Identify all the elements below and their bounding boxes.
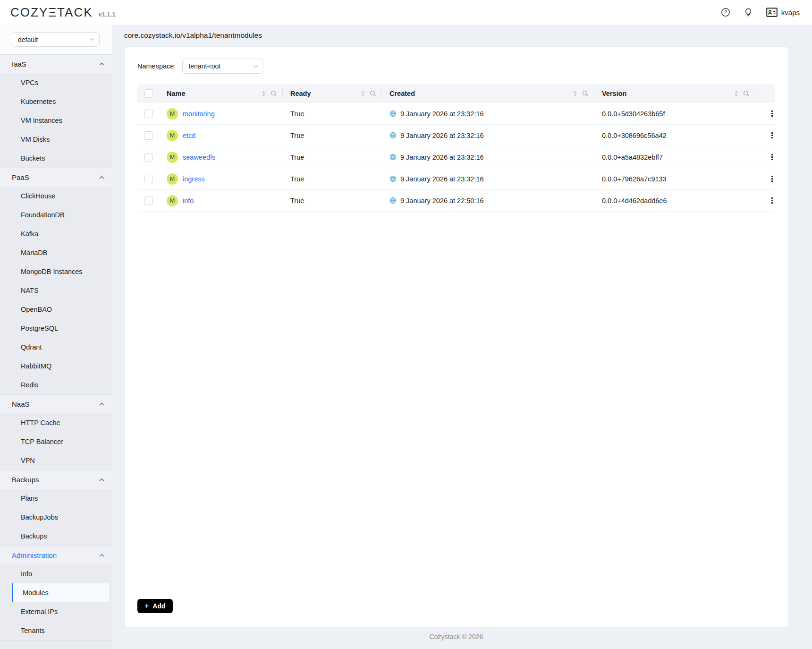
module-name-link[interactable]: ingress — [183, 175, 205, 183]
chevron-down-icon — [89, 38, 94, 41]
sidebar-item[interactable]: VPCs — [0, 73, 112, 92]
sidebar-item-label: VPCs — [21, 79, 38, 86]
header-cell-actions — [755, 84, 775, 103]
chevron-up-icon — [99, 62, 104, 66]
row-actions-kebab-icon[interactable] — [770, 152, 775, 162]
table-body: M monitoring True 9 January 2026 at 23:3… — [137, 103, 775, 212]
sidebar-item[interactable]: MongoDB Instances — [0, 262, 112, 281]
sidebar-item[interactable]: Kubernetes — [0, 92, 112, 111]
module-avatar: M — [167, 108, 178, 120]
module-avatar: M — [167, 152, 178, 163]
module-name-link[interactable]: etcd — [183, 132, 195, 139]
sort-icon[interactable] — [573, 90, 577, 97]
sidebar-item[interactable]: External IPs — [0, 602, 112, 621]
sidebar-item[interactable]: HTTP Cache — [0, 413, 112, 432]
sidebar-item-label: RabbitMQ — [21, 362, 51, 370]
sidebar-item[interactable]: VPN — [0, 451, 112, 470]
module-name-link[interactable]: seaweedfs — [183, 154, 215, 161]
namespace-row: Namespace: tenant-root — [137, 59, 775, 74]
search-icon[interactable] — [743, 90, 750, 97]
sidebar-item-label: Backups — [21, 532, 47, 540]
row-checkbox[interactable] — [144, 175, 153, 183]
ready-value: True — [283, 197, 382, 205]
sidebar-item[interactable]: RabbitMQ — [0, 357, 112, 376]
row-checkbox[interactable] — [144, 131, 153, 140]
help-icon[interactable]: ? — [721, 8, 730, 17]
table-row: M info True 9 January 2026 at 22:50:16 0… — [137, 190, 775, 212]
search-icon[interactable] — [370, 90, 376, 97]
sidebar-item[interactable]: TCP Balancer — [0, 432, 112, 451]
context-select[interactable]: default — [12, 32, 100, 47]
namespace-select[interactable]: tenant-root — [182, 59, 263, 74]
module-name-link[interactable]: monitoring — [183, 110, 215, 118]
row-checkbox[interactable] — [144, 196, 153, 205]
sidebar-item[interactable]: OpenBAO — [0, 300, 112, 319]
row-actions-kebab-icon[interactable] — [770, 174, 775, 184]
sidebar-item[interactable]: Kafka — [0, 224, 112, 243]
context-select-value: default — [18, 36, 38, 43]
chevron-down-icon — [253, 65, 258, 68]
row-actions-kebab-icon[interactable] — [770, 130, 775, 140]
sidebar-item[interactable]: Tenants — [0, 621, 112, 640]
top-bar: COZYΞTACK v1.1.1 ? kvaps — [0, 0, 812, 25]
sidebar-item[interactable]: Plans — [0, 489, 112, 508]
content-card: Namespace: tenant-root Name — [124, 46, 788, 628]
lightbulb-theme-icon[interactable] — [744, 8, 753, 17]
app-version: v1.1.1 — [99, 11, 116, 18]
sidebar-item[interactable]: VM Instances — [0, 111, 112, 130]
sidebar-item[interactable]: PostgreSQL — [0, 319, 112, 338]
sidebar-section-paas[interactable]: PaaS — [0, 168, 112, 187]
sidebar-item[interactable]: ClickHouse — [0, 187, 112, 205]
version-value: 0.0.0+a5a4832ebff7 — [594, 154, 755, 161]
sidebar-item[interactable]: FoundationDB — [0, 205, 112, 224]
sidebar-item-label: Tenants — [21, 627, 45, 634]
sidebar-item[interactable]: Modules — [12, 583, 109, 602]
row-actions-kebab-icon[interactable] — [770, 109, 775, 119]
sidebar-item-label: TCP Balancer — [21, 438, 63, 445]
version-value: 0.0.0+4d462dadd6e6 — [594, 197, 755, 205]
column-title: Version — [602, 90, 626, 97]
row-checkbox[interactable] — [144, 110, 153, 118]
sidebar-item[interactable]: BackupJobs — [0, 508, 112, 527]
sidebar-item[interactable]: Backups — [0, 527, 112, 546]
sidebar-section-iaas[interactable]: IaaS — [0, 54, 112, 73]
ready-value: True — [283, 110, 382, 118]
user-card-icon — [766, 8, 778, 17]
header-cell-version: Version — [594, 84, 755, 103]
sidebar-item-label: MongoDB Instances — [21, 268, 83, 275]
sidebar: default IaaS VPCs Kubernetes VM Instance… — [0, 25, 112, 649]
sidebar-item-label: Info — [21, 570, 32, 578]
row-checkbox[interactable] — [144, 153, 153, 162]
sidebar-item[interactable]: VM Disks — [0, 130, 112, 149]
select-all-checkbox[interactable] — [144, 89, 153, 98]
column-title: Created — [389, 90, 415, 97]
sidebar-item-label: VM Instances — [21, 117, 62, 124]
sidebar-item[interactable]: Info — [0, 564, 112, 583]
search-icon[interactable] — [271, 90, 277, 97]
sidebar-item-label: MariaDB — [21, 249, 47, 256]
module-avatar: M — [167, 130, 178, 141]
sidebar-item[interactable]: NATS — [0, 281, 112, 300]
sidebar-item[interactable]: Redis — [0, 376, 112, 394]
sort-icon[interactable] — [734, 90, 738, 97]
sidebar-item-label: VM Disks — [21, 136, 50, 143]
add-button[interactable]: + Add — [137, 599, 173, 613]
row-actions-kebab-icon[interactable] — [770, 196, 775, 205]
created-value: 9 January 2026 at 22:50:16 — [400, 197, 484, 205]
user-menu[interactable]: kvaps — [766, 8, 800, 17]
sidebar-item[interactable]: Buckets — [0, 149, 112, 168]
table-header-row: Name Ready — [137, 84, 775, 103]
sidebar-section-naas[interactable]: NaaS — [0, 394, 112, 413]
sort-icon[interactable] — [262, 90, 266, 97]
sidebar-group-iaas: VPCs Kubernetes VM Instances VM Disks Bu… — [0, 73, 112, 168]
sort-icon[interactable] — [361, 90, 365, 97]
sidebar-item[interactable]: MariaDB — [0, 243, 112, 262]
search-icon[interactable] — [582, 90, 589, 97]
sidebar-section-administration[interactable]: Administration — [0, 546, 112, 564]
chevron-up-icon — [99, 176, 104, 179]
sidebar-item[interactable]: Qdrant — [0, 338, 112, 357]
sidebar-section-backups[interactable]: Backups — [0, 470, 112, 489]
ready-value: True — [283, 154, 382, 161]
topbar-actions: ? kvaps — [721, 8, 800, 17]
module-name-link[interactable]: info — [183, 197, 194, 205]
